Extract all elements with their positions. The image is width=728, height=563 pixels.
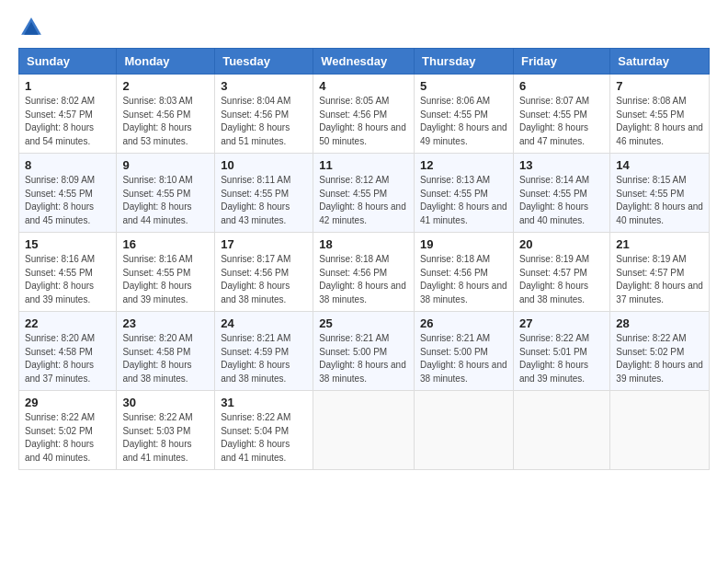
calendar-cell: 18Sunrise: 8:18 AMSunset: 4:56 PMDayligh… — [313, 233, 415, 312]
calendar-cell — [610, 391, 710, 470]
day-number: 27 — [519, 316, 604, 330]
day-info: Sunrise: 8:12 AMSunset: 4:55 PMDaylight:… — [319, 174, 408, 227]
day-info: Sunrise: 8:09 AMSunset: 4:55 PMDaylight:… — [25, 174, 110, 227]
day-number: 18 — [319, 237, 408, 251]
day-number: 4 — [319, 79, 408, 93]
calendar-cell: 19Sunrise: 8:18 AMSunset: 4:56 PMDayligh… — [415, 233, 514, 312]
day-info: Sunrise: 8:22 AMSunset: 5:02 PMDaylight:… — [616, 332, 703, 385]
day-header-friday: Friday — [513, 49, 609, 75]
day-number: 9 — [122, 158, 209, 172]
calendar-cell: 11Sunrise: 8:12 AMSunset: 4:55 PMDayligh… — [313, 154, 415, 233]
calendar-body: 1Sunrise: 8:02 AMSunset: 4:57 PMDaylight… — [19, 75, 710, 470]
calendar-table: SundayMondayTuesdayWednesdayThursdayFrid… — [18, 48, 710, 470]
day-info: Sunrise: 8:04 AMSunset: 4:56 PMDaylight:… — [221, 95, 307, 148]
calendar-cell: 1Sunrise: 8:02 AMSunset: 4:57 PMDaylight… — [19, 75, 117, 154]
day-info: Sunrise: 8:02 AMSunset: 4:57 PMDaylight:… — [25, 95, 110, 148]
day-info: Sunrise: 8:16 AMSunset: 4:55 PMDaylight:… — [122, 253, 209, 306]
day-info: Sunrise: 8:20 AMSunset: 4:58 PMDaylight:… — [25, 332, 110, 385]
day-number: 8 — [25, 158, 110, 172]
calendar-cell — [513, 391, 609, 470]
day-number: 17 — [221, 237, 307, 251]
day-info: Sunrise: 8:22 AMSunset: 5:01 PMDaylight:… — [519, 332, 604, 385]
day-info: Sunrise: 8:18 AMSunset: 4:56 PMDaylight:… — [420, 253, 507, 306]
day-number: 31 — [221, 396, 307, 409]
day-info: Sunrise: 8:14 AMSunset: 4:55 PMDaylight:… — [519, 174, 604, 227]
calendar-cell: 12Sunrise: 8:13 AMSunset: 4:55 PMDayligh… — [415, 154, 514, 233]
day-number: 7 — [616, 79, 703, 93]
day-number: 24 — [221, 316, 307, 330]
calendar-cell: 8Sunrise: 8:09 AMSunset: 4:55 PMDaylight… — [19, 154, 117, 233]
calendar-week-row: 8Sunrise: 8:09 AMSunset: 4:55 PMDaylight… — [19, 154, 710, 233]
day-info: Sunrise: 8:16 AMSunset: 4:55 PMDaylight:… — [25, 253, 110, 306]
calendar-cell: 10Sunrise: 8:11 AMSunset: 4:55 PMDayligh… — [215, 154, 313, 233]
calendar-cell: 23Sunrise: 8:20 AMSunset: 4:58 PMDayligh… — [117, 312, 215, 391]
calendar-cell: 22Sunrise: 8:20 AMSunset: 4:58 PMDayligh… — [19, 312, 117, 391]
calendar-cell: 17Sunrise: 8:17 AMSunset: 4:56 PMDayligh… — [215, 233, 313, 312]
day-number: 29 — [25, 396, 110, 409]
day-number: 14 — [616, 158, 703, 172]
calendar-cell: 30Sunrise: 8:22 AMSunset: 5:03 PMDayligh… — [117, 391, 215, 470]
day-header-wednesday: Wednesday — [313, 49, 415, 75]
logo — [18, 15, 48, 40]
calendar-cell: 3Sunrise: 8:04 AMSunset: 4:56 PMDaylight… — [215, 75, 313, 154]
day-info: Sunrise: 8:11 AMSunset: 4:55 PMDaylight:… — [221, 174, 307, 227]
day-number: 6 — [519, 79, 604, 93]
day-header-saturday: Saturday — [610, 49, 710, 75]
calendar-week-row: 15Sunrise: 8:16 AMSunset: 4:55 PMDayligh… — [19, 233, 710, 312]
calendar-week-row: 1Sunrise: 8:02 AMSunset: 4:57 PMDaylight… — [19, 75, 710, 154]
day-number: 1 — [25, 79, 110, 93]
day-info: Sunrise: 8:10 AMSunset: 4:55 PMDaylight:… — [122, 174, 209, 227]
day-number: 21 — [616, 237, 703, 251]
day-number: 30 — [122, 396, 209, 409]
calendar-cell: 24Sunrise: 8:21 AMSunset: 4:59 PMDayligh… — [215, 312, 313, 391]
calendar-cell: 13Sunrise: 8:14 AMSunset: 4:55 PMDayligh… — [513, 154, 609, 233]
calendar-cell: 2Sunrise: 8:03 AMSunset: 4:56 PMDaylight… — [117, 75, 215, 154]
calendar-cell — [313, 391, 415, 470]
logo-icon — [18, 15, 44, 40]
day-number: 26 — [420, 316, 507, 330]
day-number: 11 — [319, 158, 408, 172]
day-header-tuesday: Tuesday — [215, 49, 313, 75]
day-number: 25 — [319, 316, 408, 330]
calendar-cell: 5Sunrise: 8:06 AMSunset: 4:55 PMDaylight… — [415, 75, 514, 154]
day-info: Sunrise: 8:13 AMSunset: 4:55 PMDaylight:… — [420, 174, 507, 227]
day-info: Sunrise: 8:22 AMSunset: 5:03 PMDaylight:… — [122, 411, 209, 465]
day-info: Sunrise: 8:05 AMSunset: 4:56 PMDaylight:… — [319, 95, 408, 148]
day-number: 2 — [122, 79, 209, 93]
day-header-monday: Monday — [117, 49, 215, 75]
day-number: 16 — [122, 237, 209, 251]
calendar-cell: 14Sunrise: 8:15 AMSunset: 4:55 PMDayligh… — [610, 154, 710, 233]
day-number: 23 — [122, 316, 209, 330]
calendar-cell: 27Sunrise: 8:22 AMSunset: 5:01 PMDayligh… — [513, 312, 609, 391]
calendar-cell: 6Sunrise: 8:07 AMSunset: 4:55 PMDaylight… — [513, 75, 609, 154]
calendar-cell: 21Sunrise: 8:19 AMSunset: 4:57 PMDayligh… — [610, 233, 710, 312]
calendar-cell: 26Sunrise: 8:21 AMSunset: 5:00 PMDayligh… — [415, 312, 514, 391]
day-info: Sunrise: 8:21 AMSunset: 4:59 PMDaylight:… — [221, 332, 307, 385]
calendar-cell: 7Sunrise: 8:08 AMSunset: 4:55 PMDaylight… — [610, 75, 710, 154]
calendar-header-row: SundayMondayTuesdayWednesdayThursdayFrid… — [19, 49, 710, 75]
day-info: Sunrise: 8:21 AMSunset: 5:00 PMDaylight:… — [420, 332, 507, 385]
calendar-week-row: 22Sunrise: 8:20 AMSunset: 4:58 PMDayligh… — [19, 312, 710, 391]
calendar-cell: 16Sunrise: 8:16 AMSunset: 4:55 PMDayligh… — [117, 233, 215, 312]
page-header — [18, 15, 710, 40]
calendar-cell: 31Sunrise: 8:22 AMSunset: 5:04 PMDayligh… — [215, 391, 313, 470]
day-header-sunday: Sunday — [19, 49, 117, 75]
calendar-cell: 4Sunrise: 8:05 AMSunset: 4:56 PMDaylight… — [313, 75, 415, 154]
day-number: 3 — [221, 79, 307, 93]
day-info: Sunrise: 8:07 AMSunset: 4:55 PMDaylight:… — [519, 95, 604, 148]
day-number: 12 — [420, 158, 507, 172]
calendar-cell: 20Sunrise: 8:19 AMSunset: 4:57 PMDayligh… — [513, 233, 609, 312]
day-number: 22 — [25, 316, 110, 330]
day-header-thursday: Thursday — [415, 49, 514, 75]
calendar-cell: 28Sunrise: 8:22 AMSunset: 5:02 PMDayligh… — [610, 312, 710, 391]
day-info: Sunrise: 8:21 AMSunset: 5:00 PMDaylight:… — [319, 332, 408, 385]
calendar-cell: 25Sunrise: 8:21 AMSunset: 5:00 PMDayligh… — [313, 312, 415, 391]
day-info: Sunrise: 8:19 AMSunset: 4:57 PMDaylight:… — [519, 253, 604, 306]
day-info: Sunrise: 8:20 AMSunset: 4:58 PMDaylight:… — [122, 332, 209, 385]
day-number: 20 — [519, 237, 604, 251]
day-number: 5 — [420, 79, 507, 93]
day-info: Sunrise: 8:22 AMSunset: 5:04 PMDaylight:… — [221, 411, 307, 465]
day-info: Sunrise: 8:15 AMSunset: 4:55 PMDaylight:… — [616, 174, 703, 227]
day-info: Sunrise: 8:19 AMSunset: 4:57 PMDaylight:… — [616, 253, 703, 306]
calendar-cell: 15Sunrise: 8:16 AMSunset: 4:55 PMDayligh… — [19, 233, 117, 312]
